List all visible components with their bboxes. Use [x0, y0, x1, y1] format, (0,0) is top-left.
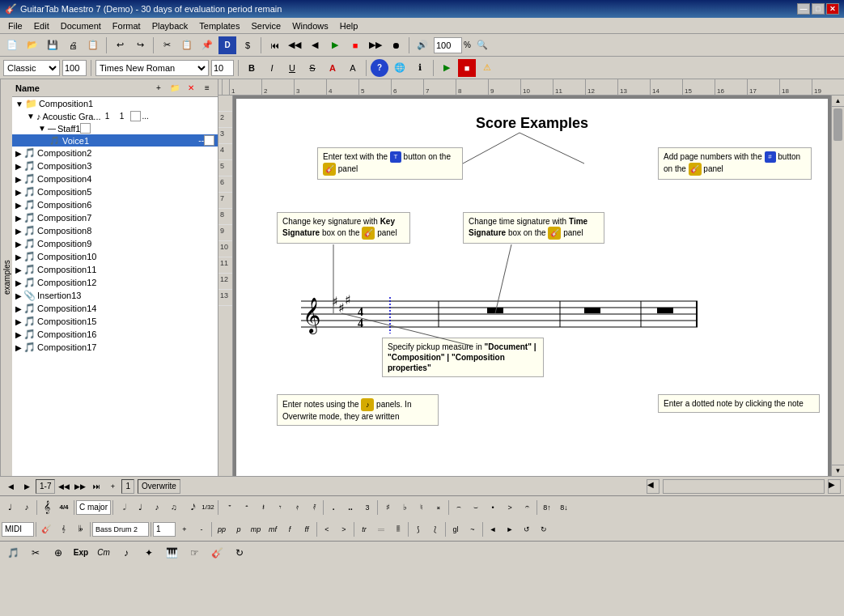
warning-button[interactable]: ⚠: [478, 59, 496, 77]
bt2-zoom-dn[interactable]: -: [193, 521, 210, 537]
info-button[interactable]: ℹ: [411, 59, 429, 77]
vb-btn-hand[interactable]: ☞: [184, 544, 204, 562]
vb-btn-star[interactable]: ✦: [139, 544, 159, 562]
sidebar-folder-button[interactable]: 📁: [168, 81, 182, 96]
tree-item-ins13[interactable]: ▶ 📎 Insertion13: [12, 289, 218, 302]
tree-item-comp15[interactable]: ▶ 🎵 Composition15: [12, 315, 218, 328]
menu-edit[interactable]: Edit: [29, 19, 54, 32]
bt-note-6[interactable]: 1/32: [200, 499, 216, 516]
font-color-button[interactable]: A: [324, 59, 341, 77]
status-scroll-right[interactable]: ▶: [828, 479, 841, 494]
menu-templates[interactable]: Templates: [194, 19, 244, 32]
open-button[interactable]: 📂: [23, 36, 41, 54]
tree-item-comp10[interactable]: ▶ 🎵 Composition10: [12, 250, 218, 263]
bt-triplet[interactable]: 3: [359, 499, 375, 516]
paste-button[interactable]: 📌: [198, 36, 216, 54]
maximize-button[interactable]: □: [812, 3, 825, 15]
bt-rest-2[interactable]: 𝄼: [237, 499, 253, 516]
bt-note-4[interactable]: ♫: [166, 499, 182, 516]
font-size-input[interactable]: [211, 60, 234, 76]
menu-document[interactable]: Document: [56, 19, 106, 32]
tempo-input[interactable]: [434, 37, 462, 53]
bt2-dyn-4[interactable]: mf: [265, 521, 281, 537]
play-begin-button[interactable]: ⏮: [265, 36, 283, 54]
bt-btn-1[interactable]: ♩: [2, 499, 18, 516]
bt-rest-1[interactable]: 𝄻: [220, 499, 236, 516]
tree-item-comp8[interactable]: ▶ 🎵 Composition8: [12, 224, 218, 237]
tree-item-comp4[interactable]: ▶ 🎵 Composition4: [12, 172, 218, 185]
bt2-cresc[interactable]: <: [319, 521, 335, 537]
highlight-button[interactable]: A: [344, 59, 362, 77]
status-btn-5[interactable]: ⏭: [89, 479, 104, 494]
bt-staccato[interactable]: •: [485, 499, 501, 516]
menu-format[interactable]: Format: [108, 19, 146, 32]
style-size-input[interactable]: [62, 60, 87, 76]
save-button[interactable]: 💾: [44, 36, 61, 54]
italic-button[interactable]: I: [263, 59, 281, 77]
vb-btn-piano[interactable]: 🎹: [162, 544, 181, 562]
play-button[interactable]: ▶: [326, 36, 344, 54]
bt-rest-4[interactable]: 𝄾: [271, 499, 287, 516]
tree-item-staff1[interactable]: ▼ — Staff1: [12, 122, 218, 134]
examples-tab[interactable]: examples: [0, 79, 12, 476]
bt-dot2[interactable]: ..: [342, 499, 358, 516]
status-btn-6[interactable]: +: [105, 479, 120, 494]
bt-btn-2[interactable]: ♪: [19, 499, 35, 516]
record-button[interactable]: ⏺: [387, 36, 405, 54]
volume-button[interactable]: 🔊: [414, 36, 431, 54]
tree-item-comp1[interactable]: ▼ 📁 Composition1: [12, 97, 218, 110]
status-btn-3[interactable]: ◀◀: [57, 479, 71, 494]
bt-natural[interactable]: ♮: [414, 499, 430, 516]
bt-dbl-sharp[interactable]: 𝄪: [430, 499, 447, 516]
paste-special-button[interactable]: D: [218, 36, 236, 54]
bt2-dyn-6[interactable]: ff: [299, 521, 315, 537]
forward-button[interactable]: ▶▶: [367, 36, 384, 54]
bt2-turn[interactable]: 𝄗: [373, 521, 389, 537]
vertical-scrollbar[interactable]: ▲ ▼: [831, 96, 844, 476]
vb-btn-note[interactable]: ♪: [117, 544, 136, 562]
bt-note-3[interactable]: ♪: [149, 499, 165, 516]
menu-help[interactable]: Help: [335, 19, 363, 32]
bt2-dyn-2[interactable]: p: [231, 521, 247, 537]
close-button[interactable]: ✕: [826, 3, 839, 15]
sidebar-remove-button[interactable]: ✕: [184, 81, 198, 96]
special-button[interactable]: $: [239, 36, 257, 54]
copy-button[interactable]: 📋: [178, 36, 196, 54]
tree-item-comp2[interactable]: ▶ 🎵 Composition2: [12, 147, 218, 159]
stop2-button[interactable]: ■: [458, 59, 476, 77]
bt2-gliss[interactable]: gl: [447, 521, 464, 537]
print-button[interactable]: 🖨: [64, 36, 82, 54]
bt-note-1[interactable]: 𝅗𝅥: [115, 499, 131, 516]
bt2-arp-dn[interactable]: ⟅: [427, 521, 443, 537]
new-button[interactable]: 📄: [3, 36, 21, 54]
vb-btn-music[interactable]: 🎵: [3, 544, 23, 562]
bt-fermata[interactable]: 𝄐: [519, 499, 535, 516]
tree-item-comp11[interactable]: ▶ 🎵 Composition11: [12, 263, 218, 276]
underline-button[interactable]: U: [283, 59, 301, 77]
tree-item-comp12[interactable]: ▶ 🎵 Composition12: [12, 276, 218, 289]
title-bar-controls[interactable]: — □ ✕: [797, 3, 839, 15]
tree-item-comp3[interactable]: ▶ 🎵 Composition3: [12, 159, 218, 172]
tree-item-comp14[interactable]: ▶ 🎵 Composition14: [12, 302, 218, 315]
bt-rest-5[interactable]: 𝄿: [288, 499, 304, 516]
bt2-spin-r[interactable]: ↻: [536, 521, 552, 537]
vb-btn-refresh[interactable]: ↻: [230, 544, 249, 562]
tree-check-staff1[interactable]: [80, 123, 91, 134]
menu-service[interactable]: Service: [246, 19, 286, 32]
tree-check-voice1[interactable]: [204, 135, 214, 146]
scroll-up-button[interactable]: ▲: [832, 96, 844, 107]
tree-item-comp17[interactable]: ▶ 🎵 Composition17: [12, 341, 218, 354]
undo-button[interactable]: ↩: [111, 36, 129, 54]
bt-note-5[interactable]: 𝅘𝅥𝅯: [183, 499, 199, 516]
cut-button[interactable]: ✂: [158, 36, 176, 54]
bt2-dyn-5[interactable]: f: [282, 521, 298, 537]
vb-btn-scissors[interactable]: ✂: [26, 544, 45, 562]
vb-btn-cm[interactable]: Cm: [94, 544, 113, 562]
tree-check-acoustic[interactable]: [130, 111, 141, 121]
bold-button[interactable]: B: [243, 59, 261, 77]
menu-file[interactable]: File: [3, 19, 28, 32]
status-btn-2[interactable]: ▶: [19, 479, 34, 494]
tree-item-acoustic[interactable]: ▼ ♪ Acoustic Gra... 1 1 ...: [12, 110, 218, 122]
bt2-zoom-up[interactable]: +: [176, 521, 193, 537]
bt2-dyn-1[interactable]: pp: [214, 521, 230, 537]
